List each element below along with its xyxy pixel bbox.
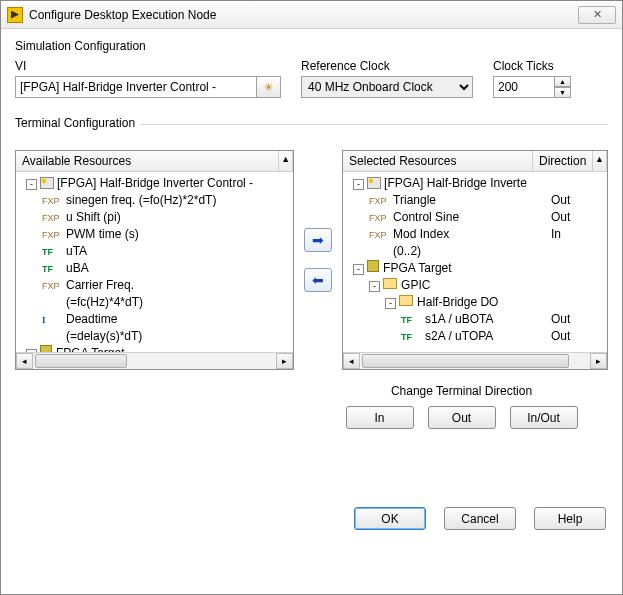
app-icon xyxy=(7,7,23,23)
tree-item-label: sinegen freq. (=fo(Hz)*2*dT) xyxy=(66,193,216,207)
datatype-badge: FXP xyxy=(42,213,62,223)
tree-item-label: FPGA Target xyxy=(383,261,451,275)
tree-item-label: Carrier Freq. xyxy=(66,278,134,292)
vi-icon xyxy=(367,177,381,189)
available-header-sort-icon[interactable]: ▲ xyxy=(279,151,293,171)
direction-out-button[interactable]: Out xyxy=(428,406,496,429)
tree-row[interactable]: -FPGA Target xyxy=(16,344,293,352)
selected-hscroll[interactable]: ◂ ▸ xyxy=(343,352,607,369)
move-left-button[interactable]: ⬅ xyxy=(304,268,332,292)
tree-item-label: GPIC xyxy=(401,278,430,292)
tree-item-label: Control Sine xyxy=(393,210,459,224)
direction-header[interactable]: Direction xyxy=(533,151,593,171)
tree-row[interactable]: FXPsinegen freq. (=fo(Hz)*2*dT) xyxy=(16,191,293,208)
scroll-left-icon[interactable]: ◂ xyxy=(16,353,33,369)
simulation-heading: Simulation Configuration xyxy=(15,39,608,53)
datatype-badge: FXP xyxy=(42,196,62,206)
direction-in-button[interactable]: In xyxy=(346,406,414,429)
window-title: Configure Desktop Execution Node xyxy=(29,8,578,22)
selected-header[interactable]: Selected Resources xyxy=(343,151,533,171)
tree-toggle[interactable]: - xyxy=(353,179,364,190)
refclock-label: Reference Clock xyxy=(301,59,473,73)
clockticks-down[interactable]: ▼ xyxy=(555,87,571,98)
available-header[interactable]: Available Resources xyxy=(16,151,279,171)
datatype-badge: TF xyxy=(42,264,62,274)
tree-item-label: Half-Bridge DO xyxy=(417,295,498,309)
vi-icon xyxy=(40,177,54,189)
tree-row[interactable]: (0..2) xyxy=(343,242,607,259)
selected-tree[interactable]: -[FPGA] Half-Bridge InverteFXPTriangleOu… xyxy=(343,172,607,352)
direction-value: Out xyxy=(547,312,607,326)
direction-value: Out xyxy=(547,193,607,207)
tree-toggle[interactable]: - xyxy=(353,264,364,275)
direction-value: In xyxy=(547,227,607,241)
tree-item-label: s2A / uTOPA xyxy=(425,329,493,343)
vi-browse-button[interactable]: ✳ xyxy=(257,76,281,98)
tree-row[interactable]: IDeadtime xyxy=(16,310,293,327)
tree-row[interactable]: -Half-Bridge DO xyxy=(343,293,607,310)
terminal-heading: Terminal Configuration xyxy=(15,116,141,130)
tree-row[interactable]: -FPGA Target xyxy=(343,259,607,276)
tree-item-label: (=delay(s)*dT) xyxy=(66,329,142,343)
clockticks-label: Clock Ticks xyxy=(493,59,571,73)
ok-button[interactable]: OK xyxy=(354,507,426,530)
tree-row[interactable]: -[FPGA] Half-Bridge Inverter Control - xyxy=(16,174,293,191)
tree-row[interactable]: FXPCarrier Freq. xyxy=(16,276,293,293)
tree-item-label: (=fc(Hz)*4*dT) xyxy=(66,295,143,309)
cancel-button[interactable]: Cancel xyxy=(444,507,516,530)
datatype-badge: TF xyxy=(401,332,421,342)
available-hscroll[interactable]: ◂ ▸ xyxy=(16,352,293,369)
arrow-right-icon: ➡ xyxy=(312,232,324,248)
datatype-badge: FXP xyxy=(42,230,62,240)
chip-icon xyxy=(40,345,52,352)
tree-row[interactable]: TFs1A / uBOTAOut xyxy=(343,310,607,327)
tree-row[interactable]: TFuBA xyxy=(16,259,293,276)
selected-header-sort-icon[interactable]: ▲ xyxy=(593,151,607,171)
direction-inout-button[interactable]: In/Out xyxy=(510,406,578,429)
direction-value: Out xyxy=(547,329,607,343)
tree-toggle[interactable]: - xyxy=(369,281,380,292)
tree-item-label: Triangle xyxy=(393,193,436,207)
vi-input[interactable] xyxy=(15,76,257,98)
tree-item-label: uTA xyxy=(66,244,87,258)
tree-row[interactable]: -[FPGA] Half-Bridge Inverte xyxy=(343,174,607,191)
datatype-badge: FXP xyxy=(369,213,389,223)
tree-row[interactable]: FXPMod IndexIn xyxy=(343,225,607,242)
tree-row[interactable]: FXPPWM time (s) xyxy=(16,225,293,242)
available-tree[interactable]: -[FPGA] Half-Bridge Inverter Control -FX… xyxy=(16,172,293,352)
selected-resources-panel: Selected Resources Direction ▲ -[FPGA] H… xyxy=(342,150,608,370)
datatype-badge: FXP xyxy=(369,230,389,240)
tree-toggle[interactable]: - xyxy=(26,179,37,190)
tree-row[interactable]: -GPIC xyxy=(343,276,607,293)
scroll-right-icon[interactable]: ▸ xyxy=(590,353,607,369)
clockticks-up[interactable]: ▲ xyxy=(555,76,571,87)
scroll-right-icon[interactable]: ▸ xyxy=(276,353,293,369)
tree-item-label: u Shift (pi) xyxy=(66,210,121,224)
folder-icon xyxy=(383,278,397,289)
tree-item-label: Mod Index xyxy=(393,227,449,241)
browse-icon: ✳ xyxy=(264,81,273,94)
refclock-select[interactable]: 40 MHz Onboard Clock xyxy=(301,76,473,98)
arrow-left-icon: ⬅ xyxy=(312,272,324,288)
help-button[interactable]: Help xyxy=(534,507,606,530)
tree-item-label: PWM time (s) xyxy=(66,227,139,241)
tree-item-label: Deadtime xyxy=(66,312,117,326)
move-right-button[interactable]: ➡ xyxy=(304,228,332,252)
clockticks-input[interactable] xyxy=(493,76,555,98)
close-button[interactable]: ✕ xyxy=(578,6,616,24)
datatype-badge: TF xyxy=(42,247,62,257)
tree-row[interactable]: FXPu Shift (pi) xyxy=(16,208,293,225)
tree-row[interactable]: (=fc(Hz)*4*dT) xyxy=(16,293,293,310)
tree-row[interactable]: TFs2A / uTOPAOut xyxy=(343,327,607,344)
direction-value: Out xyxy=(547,210,607,224)
titlebar: Configure Desktop Execution Node ✕ xyxy=(1,1,622,29)
available-resources-panel: Available Resources ▲ -[FPGA] Half-Bridg… xyxy=(15,150,294,370)
change-direction-label: Change Terminal Direction xyxy=(391,384,532,398)
tree-row[interactable]: TFuTA xyxy=(16,242,293,259)
scroll-left-icon[interactable]: ◂ xyxy=(343,353,360,369)
datatype-badge: TF xyxy=(401,315,421,325)
tree-row[interactable]: (=delay(s)*dT) xyxy=(16,327,293,344)
tree-toggle[interactable]: - xyxy=(385,298,396,309)
tree-row[interactable]: FXPControl SineOut xyxy=(343,208,607,225)
tree-row[interactable]: FXPTriangleOut xyxy=(343,191,607,208)
